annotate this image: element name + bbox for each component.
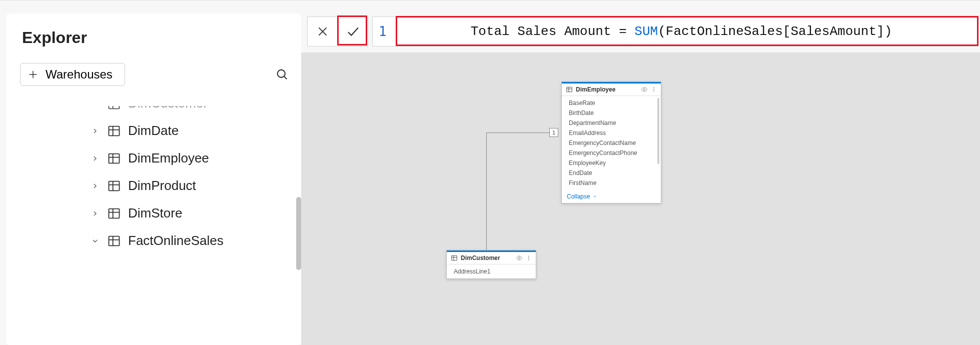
tree-item-label: FactOnlineSales: [128, 233, 224, 248]
eye-icon[interactable]: [516, 254, 523, 262]
tok-open: (: [658, 24, 666, 39]
sidebar-scrollbar[interactable]: [296, 197, 301, 270]
explorer-panel: Explorer Warehouses DimCustomer: [6, 14, 301, 345]
explorer-title: Explorer: [22, 28, 292, 47]
table-icon: [107, 206, 121, 220]
tree-item[interactable]: DimProduct: [20, 172, 292, 200]
tree-item-label: DimCustomer: [128, 106, 208, 111]
svg-rect-6: [109, 236, 120, 246]
entity-field[interactable]: EmergencyContactName: [569, 138, 661, 148]
formula-code: Total Sales Amount = SUM(FactOnlineSales…: [393, 9, 892, 54]
tree-item[interactable]: FactOnlineSales: [20, 227, 292, 254]
entity-scrollbar[interactable]: [657, 98, 659, 164]
table-icon: [566, 86, 573, 93]
svg-rect-4: [109, 181, 120, 190]
relationship-line: [486, 132, 558, 133]
entity-field[interactable]: EmailAddress: [569, 128, 661, 138]
entity-title: DimEmployee: [576, 86, 615, 93]
tok-ref: FactOnlineSales[SalesAmount]: [666, 24, 884, 39]
line-number: 1: [373, 24, 393, 39]
relationship-line: [486, 132, 487, 262]
svg-point-14: [528, 256, 529, 257]
entity-field[interactable]: EmergencyContactPhone: [569, 148, 661, 158]
close-icon: [316, 25, 329, 38]
svg-point-8: [643, 88, 645, 90]
eye-icon[interactable]: [641, 86, 648, 93]
table-icon: [451, 254, 458, 262]
svg-point-11: [653, 91, 654, 92]
diagram-canvas[interactable]: 1 DimEmployee: [301, 52, 980, 345]
entity-field[interactable]: AddressLine1: [454, 266, 536, 276]
svg-point-16: [528, 260, 529, 260]
collapse-button[interactable]: Collapse: [562, 190, 661, 203]
search-icon: [275, 68, 289, 82]
svg-rect-1: [109, 106, 120, 108]
entity-title: DimCustomer: [461, 254, 500, 262]
model-canvas-area: 1 Total Sales Amount = SUM(FactOnlineSal…: [301, 4, 980, 345]
entity-card-dimcustomer[interactable]: DimCustomer AddressLine1: [446, 250, 536, 279]
table-icon: [107, 179, 121, 193]
more-icon[interactable]: [526, 254, 532, 262]
chevron-right-icon: [90, 210, 100, 218]
svg-point-9: [653, 88, 654, 88]
entity-field[interactable]: DepartmentName: [569, 118, 661, 128]
entity-field[interactable]: EmployeeKey: [569, 158, 661, 168]
tree-item-label: DimDate: [128, 123, 179, 138]
warehouses-button[interactable]: Warehouses: [20, 63, 125, 86]
table-icon: [107, 234, 121, 248]
plus-icon: [28, 69, 39, 80]
more-icon[interactable]: [651, 86, 657, 93]
tok-eq: =: [611, 24, 635, 39]
svg-point-13: [518, 257, 520, 259]
svg-rect-12: [452, 256, 457, 260]
svg-rect-5: [109, 208, 120, 218]
table-icon: [107, 106, 121, 111]
entity-field[interactable]: FirstName: [569, 178, 661, 188]
svg-rect-3: [109, 154, 120, 163]
tree-item-label: DimEmployee: [128, 150, 209, 166]
svg-rect-7: [567, 87, 572, 92]
entity-card-dimemployee[interactable]: DimEmployee BaseRate BirthDate Departmen…: [561, 82, 661, 204]
chevron-down-icon: [90, 237, 100, 245]
table-icon: [107, 152, 121, 166]
cancel-button[interactable]: [308, 17, 338, 46]
relationship-cardinality: 1: [549, 128, 558, 137]
check-icon: [346, 24, 361, 39]
tree-item[interactable]: DimDate: [20, 117, 292, 144]
table-icon: [107, 124, 121, 138]
tree-item-cutoff[interactable]: DimCustomer: [20, 106, 292, 117]
entity-field[interactable]: BaseRate: [569, 98, 661, 108]
tree-item[interactable]: DimEmployee: [20, 144, 292, 172]
warehouses-label: Warehouses: [46, 68, 113, 82]
search-button[interactable]: [272, 64, 292, 84]
chevron-right-icon: [90, 154, 100, 162]
tree-item-label: DimStore: [128, 206, 182, 221]
chevron-up-icon: [592, 194, 597, 199]
tok-func: SUM: [634, 24, 658, 39]
svg-rect-2: [109, 126, 120, 136]
tree-item[interactable]: DimStore: [20, 200, 292, 227]
tok-measure: Total Sales Amount: [471, 24, 611, 39]
svg-point-0: [278, 70, 285, 78]
commit-button[interactable]: [338, 17, 368, 46]
svg-point-15: [528, 258, 529, 258]
entity-field[interactable]: BirthDate: [569, 108, 661, 118]
chevron-right-icon: [90, 182, 100, 190]
formula-input[interactable]: 1 Total Sales Amount = SUM(FactOnlineSal…: [372, 16, 978, 46]
table-tree: DimCustomer DimDate DimEmployee: [20, 106, 292, 254]
collapse-label: Collapse: [567, 193, 590, 200]
entity-field[interactable]: EndDate: [569, 168, 661, 178]
svg-point-10: [653, 89, 654, 90]
formula-bar: 1 Total Sales Amount = SUM(FactOnlineSal…: [307, 16, 978, 46]
chevron-right-icon: [90, 127, 100, 135]
tree-item-label: DimProduct: [128, 178, 196, 194]
tok-close: ): [884, 24, 892, 39]
